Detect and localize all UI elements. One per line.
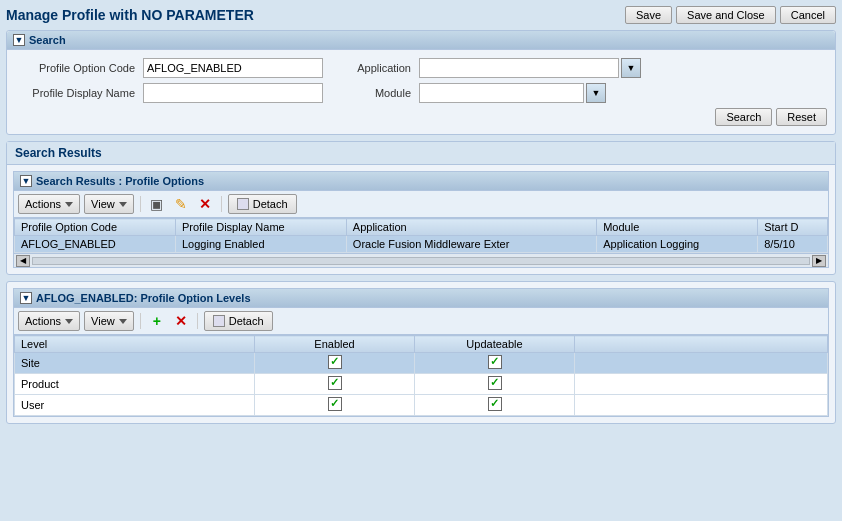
updateable-product — [415, 374, 575, 395]
cell-code: AFLOG_ENABLED — [15, 236, 176, 253]
page-header: Manage Profile with NO PARAMETER Save Sa… — [6, 6, 836, 24]
scroll-left-arrow[interactable]: ◀ — [16, 255, 30, 267]
level-site: Site — [15, 353, 255, 374]
col-enabled: Enabled — [255, 336, 415, 353]
detach-icon-levels — [213, 315, 225, 327]
levels-header-row: Level Enabled Updateable — [15, 336, 828, 353]
actions-chevron-top — [65, 202, 73, 207]
updateable-site — [415, 353, 575, 374]
col-display-name: Profile Display Name — [175, 219, 346, 236]
profile-code-input[interactable] — [143, 58, 323, 78]
toolbar-divider-2 — [221, 196, 222, 212]
view-button-top[interactable]: View — [84, 194, 134, 214]
application-field-wrapper: ▼ — [419, 58, 641, 78]
updateable-site-checkbox[interactable] — [488, 355, 502, 369]
levels-divider-2 — [197, 313, 198, 329]
view-button-levels[interactable]: View — [84, 311, 134, 331]
col-updateable: Updateable — [415, 336, 575, 353]
delete-icon[interactable]: ✕ — [195, 194, 215, 214]
module-input[interactable] — [419, 83, 584, 103]
view-chevron-levels — [119, 319, 127, 324]
remove-icon[interactable]: ✕ — [171, 311, 191, 331]
level-user: User — [15, 395, 255, 416]
level-product: Product — [15, 374, 255, 395]
view-label-top: View — [91, 198, 115, 210]
duplicate-icon[interactable]: ▣ — [147, 194, 167, 214]
profile-options-table-wrapper: Profile Option Code Profile Display Name… — [14, 218, 828, 253]
search-results-title: Search Results — [7, 142, 835, 165]
profile-options-table: Profile Option Code Profile Display Name… — [14, 218, 828, 253]
cancel-button[interactable]: Cancel — [780, 6, 836, 24]
save-and-close-button[interactable]: Save and Close — [676, 6, 776, 24]
search-section-content: Profile Option Code Application ▼ Profil… — [7, 50, 835, 134]
view-label-levels: View — [91, 315, 115, 327]
updateable-product-checkbox[interactable] — [488, 376, 502, 390]
module-label: Module — [331, 87, 411, 99]
header-buttons: Save Save and Close Cancel — [625, 6, 836, 24]
table-row[interactable]: AFLOG_ENABLED Logging Enabled Oracle Fus… — [15, 236, 828, 253]
profile-levels-toggle[interactable]: ▼ — [20, 292, 32, 304]
extra-site — [575, 353, 828, 374]
search-toggle[interactable]: ▼ — [13, 34, 25, 46]
application-label: Application — [331, 62, 411, 74]
profile-options-toggle[interactable]: ▼ — [20, 175, 32, 187]
enabled-user-checkbox[interactable] — [328, 397, 342, 411]
levels-divider-1 — [140, 313, 141, 329]
page-wrapper: Manage Profile with NO PARAMETER Save Sa… — [0, 0, 842, 521]
cell-start-date: 8/5/10 — [758, 236, 828, 253]
cell-module: Application Logging — [597, 236, 758, 253]
add-icon[interactable]: + — [147, 311, 167, 331]
profile-options-title: Search Results : Profile Options — [36, 175, 204, 187]
profile-levels-subsection: ▼ AFLOG_ENABLED: Profile Option Levels A… — [13, 288, 829, 417]
levels-row-user[interactable]: User — [15, 395, 828, 416]
table-header-row: Profile Option Code Profile Display Name… — [15, 219, 828, 236]
enabled-product-checkbox[interactable] — [328, 376, 342, 390]
actions-label-levels: Actions — [25, 315, 61, 327]
search-button[interactable]: Search — [715, 108, 772, 126]
actions-button-levels[interactable]: Actions — [18, 311, 80, 331]
application-dropdown-btn[interactable]: ▼ — [621, 58, 641, 78]
view-chevron-top — [119, 202, 127, 207]
display-name-input[interactable] — [143, 83, 323, 103]
module-field-wrapper: ▼ — [419, 83, 606, 103]
search-action-row: Search Reset — [15, 108, 827, 126]
scroll-right-arrow[interactable]: ▶ — [812, 255, 826, 267]
col-level: Level — [15, 336, 255, 353]
profile-options-subsection: ▼ Search Results : Profile Options Actio… — [13, 171, 829, 268]
updateable-user-checkbox[interactable] — [488, 397, 502, 411]
detach-icon-top — [237, 198, 249, 210]
edit-icon[interactable]: ✎ — [171, 194, 191, 214]
profile-code-row: Profile Option Code Application ▼ — [15, 58, 827, 78]
profile-code-label: Profile Option Code — [15, 62, 135, 74]
table-scrollbar[interactable]: ◀ ▶ — [14, 253, 828, 267]
detach-button-top[interactable]: Detach — [228, 194, 297, 214]
detach-label-levels: Detach — [229, 315, 264, 327]
cell-display-name: Logging Enabled — [175, 236, 346, 253]
save-button[interactable]: Save — [625, 6, 672, 24]
page-title: Manage Profile with NO PARAMETER — [6, 7, 254, 23]
enabled-site-checkbox[interactable] — [328, 355, 342, 369]
profile-options-toolbar: Actions View ▣ ✎ ✕ Detach — [14, 191, 828, 218]
scroll-track[interactable] — [32, 257, 810, 265]
profile-levels-toolbar: Actions View + ✕ Detach — [14, 308, 828, 335]
actions-chevron-levels — [65, 319, 73, 324]
profile-levels-table: Level Enabled Updateable Site Product — [14, 335, 828, 416]
profile-options-header: ▼ Search Results : Profile Options — [14, 172, 828, 191]
detach-button-levels[interactable]: Detach — [204, 311, 273, 331]
profile-levels-header: ▼ AFLOG_ENABLED: Profile Option Levels — [14, 289, 828, 308]
col-application: Application — [346, 219, 596, 236]
application-input[interactable] — [419, 58, 619, 78]
levels-row-product[interactable]: Product — [15, 374, 828, 395]
reset-button[interactable]: Reset — [776, 108, 827, 126]
search-section-title: Search — [29, 34, 66, 46]
levels-row-site[interactable]: Site — [15, 353, 828, 374]
module-dropdown-btn[interactable]: ▼ — [586, 83, 606, 103]
profile-levels-title: AFLOG_ENABLED: Profile Option Levels — [36, 292, 251, 304]
actions-button-top[interactable]: Actions — [18, 194, 80, 214]
toolbar-divider-1 — [140, 196, 141, 212]
actions-label-top: Actions — [25, 198, 61, 210]
updateable-user — [415, 395, 575, 416]
display-name-label: Profile Display Name — [15, 87, 135, 99]
col-start-date: Start D — [758, 219, 828, 236]
enabled-product — [255, 374, 415, 395]
